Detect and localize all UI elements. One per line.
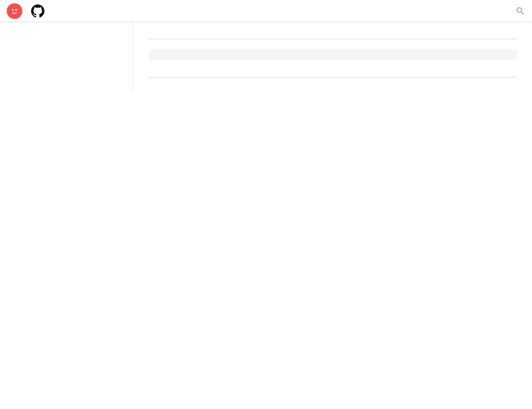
top-header bbox=[0, 0, 532, 22]
sidebar bbox=[0, 22, 133, 92]
search-icon[interactable] bbox=[515, 6, 525, 16]
github-icon[interactable] bbox=[31, 4, 44, 18]
section-heading bbox=[149, 75, 516, 78]
example-code bbox=[149, 49, 516, 60]
page-title bbox=[149, 36, 516, 39]
svg-point-1 bbox=[15, 9, 17, 11]
main-content bbox=[133, 22, 532, 92]
svg-point-0 bbox=[12, 9, 13, 11]
logo-icon[interactable] bbox=[7, 3, 22, 19]
